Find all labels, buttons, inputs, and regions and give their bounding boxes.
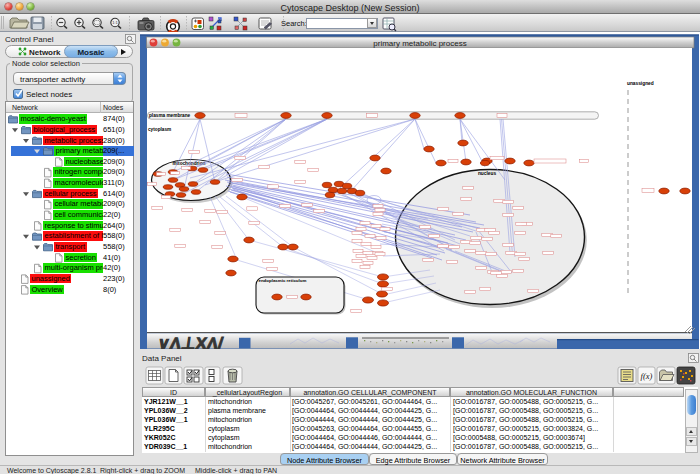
svg-text:unassigned: unassigned	[627, 81, 654, 86]
svg-text:plasma membrane: plasma membrane	[149, 113, 191, 118]
svg-text:cytoplasm: cytoplasm	[148, 127, 171, 132]
svg-text:f(x): f(x)	[641, 371, 653, 381]
svg-text:nucleus: nucleus	[478, 171, 496, 176]
svg-text:endoplasmic reticulum: endoplasmic reticulum	[259, 278, 307, 283]
svg-text:primary metabolic process: primary metabolic process	[373, 39, 466, 48]
